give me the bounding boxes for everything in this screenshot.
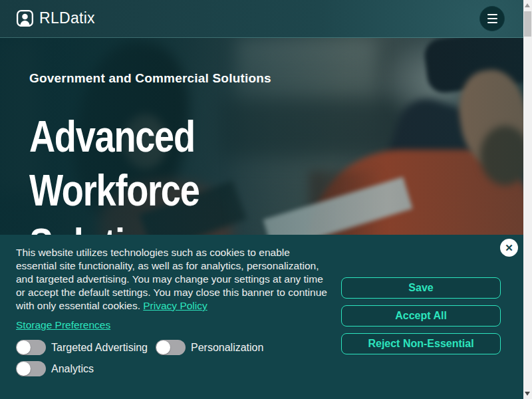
hero-eyebrow: Government and Commercial Solutions (29, 71, 271, 86)
scrollbar-thumb[interactable] (524, 11, 531, 37)
toggle-label: Analytics (51, 363, 94, 375)
close-icon: ✕ (505, 242, 513, 254)
hamburger-icon (487, 14, 497, 15)
scrollbar-up-arrow-icon[interactable] (525, 3, 530, 7)
privacy-policy-link[interactable]: Privacy Policy (143, 300, 207, 311)
scrollbar-down-arrow-icon[interactable] (525, 392, 530, 396)
banner-close-button[interactable]: ✕ (500, 239, 518, 257)
page: RLDatix Government and Commercial Soluti… (0, 0, 523, 399)
rldatix-logo[interactable]: RLDatix (16, 9, 95, 27)
toggle-label: Personalization (191, 342, 263, 354)
hero-title-line-2: Workforce (29, 164, 227, 217)
save-button[interactable]: Save (341, 277, 501, 299)
toggle-knob (17, 362, 31, 376)
hamburger-menu-button[interactable] (479, 6, 505, 31)
cookie-action-buttons: Save Accept All Reject Non-Essential (341, 277, 501, 354)
scrollbar[interactable] (523, 0, 532, 399)
brand-wordmark: RLDatix (39, 9, 95, 27)
toggle-knob (156, 340, 170, 354)
cookie-message: This website utilizes technologies such … (16, 246, 331, 313)
storage-preferences-link[interactable]: Storage Preferences (16, 319, 110, 331)
toggle-knob (17, 340, 31, 354)
hero-title-line-1: Advanced (29, 110, 227, 164)
cookie-toggles: Targeted Advertising Personalization Ana… (16, 340, 329, 376)
toggle-label: Targeted Advertising (51, 342, 148, 354)
rldatix-person-badge-icon (16, 9, 34, 27)
targeted-advertising-toggle-switch[interactable] (16, 340, 46, 355)
analytics-toggle-switch[interactable] (16, 361, 46, 376)
accept-all-button[interactable]: Accept All (341, 305, 501, 327)
site-header: RLDatix (0, 0, 523, 38)
toggle-analytics: Analytics (16, 361, 94, 376)
cookie-consent-banner: ✕ This website utilizes technologies suc… (0, 235, 523, 399)
personalization-toggle-switch[interactable] (156, 340, 186, 355)
reject-non-essential-button[interactable]: Reject Non-Essential (341, 333, 501, 354)
toggle-targeted-advertising: Targeted Advertising (16, 340, 148, 355)
toggle-personalization: Personalization (156, 340, 263, 355)
